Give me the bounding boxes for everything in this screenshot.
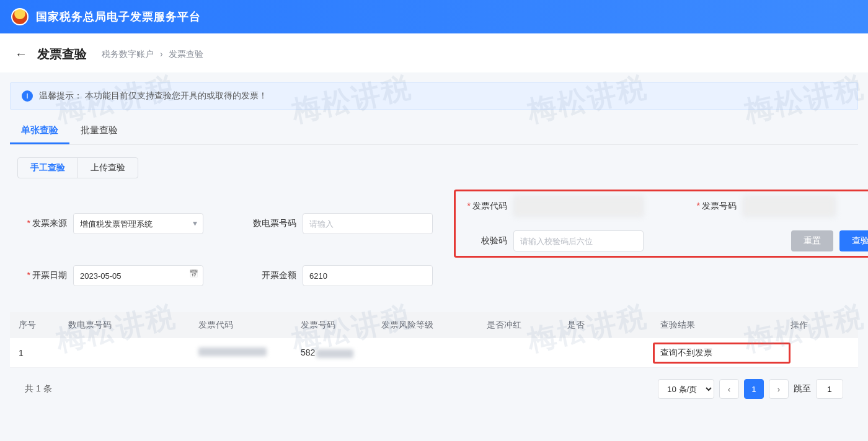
cell-number: 582 <box>297 347 378 357</box>
th-seq: 序号 <box>15 320 64 331</box>
crumb-sep-icon: › <box>160 49 163 59</box>
invoice-code-input[interactable] <box>513 196 644 217</box>
result-table: 序号 数电票号码 发票代码 发票号码 发票风险等级 是否冲红 是否 查验结果 操… <box>10 312 858 368</box>
submit-button[interactable]: 查验 <box>839 230 868 251</box>
cell-result: 查询不到发票 <box>657 347 787 359</box>
th-dup: 是否 <box>564 320 657 331</box>
prev-page-button[interactable]: ‹ <box>719 379 739 399</box>
pagination: 10 条/页 ‹ 1 › 跳至 <box>658 379 843 399</box>
table-row: 1 582 查询不到发票 <box>10 338 858 368</box>
invoice-amount-input[interactable] <box>303 265 433 286</box>
gov-logo-icon <box>11 8 29 25</box>
th-ops: 操作 <box>787 320 868 331</box>
page-size-select[interactable]: 10 条/页 <box>658 379 714 399</box>
info-icon: i <box>22 90 33 102</box>
cell-code <box>195 347 297 358</box>
check-code-input[interactable] <box>513 230 644 251</box>
th-risk: 发票风险等级 <box>378 320 483 331</box>
query-form: *发票来源 增值税发票管理系统 数电票号码 *发票代码 <box>10 186 858 301</box>
tip-prefix: 温馨提示： <box>39 90 82 100</box>
back-arrow-icon[interactable]: ← <box>15 47 27 61</box>
top-banner: 国家税务总局电子发票服务平台 <box>0 0 868 33</box>
field-invoice-code: *发票代码 <box>458 196 687 217</box>
app-root: 国家税务总局电子发票服务平台 ← 发票查验 税务数字账户 › 发票查验 i 温馨… <box>0 0 868 420</box>
info-banner: i 温馨提示： 本功能目前仅支持查验您开具的或取得的发票！ <box>10 82 858 110</box>
breadcrumb: 税务数字账户 › 发票查验 <box>102 49 203 60</box>
crumb-current: 发票查验 <box>169 49 203 59</box>
jump-label: 跳至 <box>794 383 811 395</box>
total-count: 共 1 条 <box>25 383 52 395</box>
th-digital: 数电票号码 <box>64 320 195 331</box>
tab-single-verify[interactable]: 单张查验 <box>10 118 69 144</box>
field-invoice-amount: 开票金额 <box>247 265 458 286</box>
digital-number-input[interactable] <box>303 213 433 234</box>
invoice-number-input[interactable] <box>743 196 836 217</box>
crumb-root[interactable]: 税务数字账户 <box>102 49 154 59</box>
th-code: 发票代码 <box>195 320 297 331</box>
th-red: 是否冲红 <box>483 320 564 331</box>
next-page-button[interactable]: › <box>769 379 789 399</box>
field-check-code: 校验码 <box>458 230 687 251</box>
banner-title: 国家税务总局电子发票服务平台 <box>36 9 201 24</box>
table-footer: 共 1 条 10 条/页 ‹ 1 › 跳至 <box>10 368 858 410</box>
form-actions: 重置 查验 <box>687 230 868 251</box>
page-1-button[interactable]: 1 <box>744 379 764 399</box>
table-header: 序号 数电票号码 发票代码 发票号码 发票风险等级 是否冲红 是否 查验结果 操… <box>10 312 858 338</box>
tip-text: 本功能目前仅支持查验您开具的或取得的发票！ <box>85 90 267 100</box>
reset-button[interactable]: 重置 <box>791 230 833 251</box>
subtab-manual[interactable]: 手工查验 <box>18 158 78 178</box>
field-digital-number: 数电票号码 <box>247 213 458 234</box>
invoice-source-select[interactable]: 增值税发票管理系统 <box>73 213 203 234</box>
verify-mode-tabs: 单张查验 批量查验 <box>10 118 858 145</box>
input-mode-tabs: 手工查验 上传查验 <box>17 157 138 178</box>
field-invoice-date: *开票日期 <box>17 265 247 286</box>
invoice-date-input[interactable] <box>73 265 203 286</box>
field-invoice-source: *发票来源 增值税发票管理系统 <box>17 213 247 234</box>
field-invoice-number: *发票号码 <box>687 196 868 217</box>
subtab-upload[interactable]: 上传查验 <box>78 158 138 178</box>
cell-seq: 1 <box>15 348 64 358</box>
page-title: 发票查验 <box>37 46 87 63</box>
th-result: 查验结果 <box>657 320 787 331</box>
jump-page-input[interactable] <box>816 379 843 399</box>
tab-batch-verify[interactable]: 批量查验 <box>69 118 129 144</box>
page-header: ← 发票查验 税务数字账户 › 发票查验 <box>0 33 868 72</box>
th-number: 发票号码 <box>297 320 378 331</box>
